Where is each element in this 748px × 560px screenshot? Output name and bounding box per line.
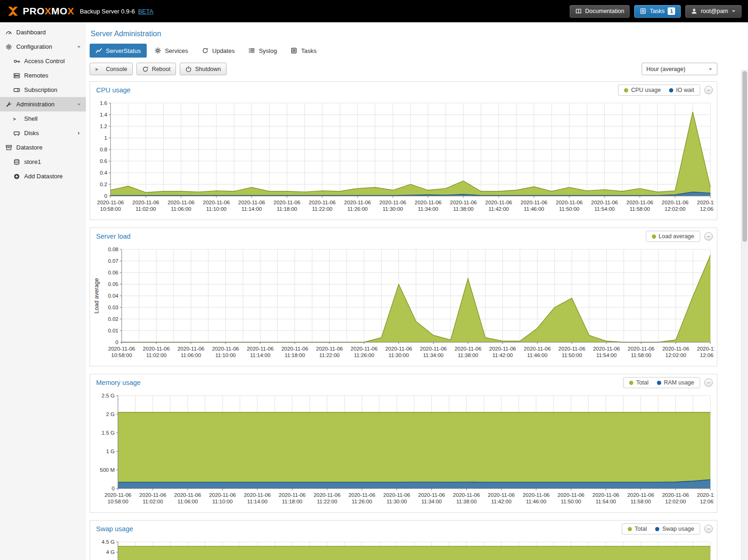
user-menu-button[interactable]: root@pam bbox=[685, 5, 741, 18]
svg-text:2020-11-06: 2020-11-06 bbox=[450, 200, 477, 205]
sidebar-item-label: Administration bbox=[16, 101, 73, 108]
panel-swap-usage: Swap usageTotalSwap usage−0500 M1 G1.5 G… bbox=[90, 520, 717, 560]
sidebar-item-administration[interactable]: Administration bbox=[0, 97, 86, 111]
plus-circle-icon bbox=[13, 173, 20, 180]
svg-text:2020-11-06: 2020-11-06 bbox=[209, 492, 236, 498]
tab-label: Syslog bbox=[259, 47, 277, 54]
chart-wrap: 00.20.40.60.811.21.41.62020-11-0610:58:0… bbox=[90, 98, 717, 220]
tab-serverstatus[interactable]: ServerStatus bbox=[90, 44, 147, 58]
documentation-button[interactable]: Documentation bbox=[570, 5, 630, 18]
legend-item: CPU usage bbox=[624, 87, 661, 93]
svg-text:2020-11-06: 2020-11-06 bbox=[238, 200, 265, 205]
svg-text:2020-11-06: 2020-11-06 bbox=[556, 200, 583, 205]
sidebar-item-datastore[interactable]: Datastore bbox=[0, 140, 86, 155]
svg-text:12:02:00: 12:02:00 bbox=[665, 206, 686, 212]
svg-text:2020-11-06: 2020-11-06 bbox=[168, 200, 195, 205]
tab-updates[interactable]: Updates bbox=[196, 44, 241, 58]
button-label: Reboot bbox=[152, 66, 170, 72]
tab-label: Tasks bbox=[301, 47, 316, 54]
svg-text:1.6: 1.6 bbox=[100, 100, 107, 106]
svg-text:2020-11-06: 2020-11-06 bbox=[697, 200, 714, 205]
svg-text:10:58:00: 10:58:00 bbox=[108, 499, 129, 504]
beta-link[interactable]: BETA bbox=[138, 8, 153, 15]
collapse-button[interactable]: − bbox=[704, 378, 713, 387]
toolbar-buttons: >_ConsoleRebootShutdown bbox=[90, 63, 227, 75]
sidebar-item-disks[interactable]: Disks bbox=[0, 126, 86, 140]
svg-text:2020-11-06: 2020-11-06 bbox=[524, 346, 551, 352]
svg-text:11:46:00: 11:46:00 bbox=[524, 206, 544, 212]
svg-text:2020-11-06: 2020-11-06 bbox=[662, 346, 689, 352]
svg-text:2020-11-06: 2020-11-06 bbox=[628, 346, 655, 352]
sidebar-item-add-datastore[interactable]: Add Datastore bbox=[0, 169, 86, 183]
svg-text:11:38:00: 11:38:00 bbox=[453, 206, 474, 212]
chart-memory-usage: 0500 M1 G1.5 G2 G2.5 G2020-11-0610:58:00… bbox=[92, 391, 714, 508]
gear-icon bbox=[5, 44, 13, 50]
svg-text:11:34:00: 11:34:00 bbox=[422, 499, 442, 504]
svg-text:2020-11-06: 2020-11-06 bbox=[177, 346, 204, 352]
sidebar-item-shell[interactable]: >_Shell bbox=[0, 111, 86, 126]
shutdown-button[interactable]: Shutdown bbox=[180, 63, 227, 75]
svg-text:Load average: Load average bbox=[93, 278, 100, 314]
tab-tasks[interactable]: Tasks bbox=[285, 44, 322, 58]
chart-cpu-usage: 00.20.40.60.811.21.41.62020-11-0610:58:0… bbox=[92, 98, 714, 215]
svg-text:2020-11-06: 2020-11-06 bbox=[591, 200, 618, 205]
svg-text:2020-11-06: 2020-11-06 bbox=[626, 200, 653, 205]
collapse-button[interactable]: − bbox=[704, 525, 713, 533]
tab-services[interactable]: Services bbox=[149, 44, 194, 58]
app-header: PROXMOX Backup Server 0.9-6 BETA Documen… bbox=[0, 0, 748, 22]
svg-text:11:30:00: 11:30:00 bbox=[387, 499, 407, 504]
svg-text:0.08: 0.08 bbox=[108, 247, 118, 252]
sidebar-item-access-control[interactable]: Access Control bbox=[0, 54, 86, 68]
chart-wrap: 00.010.020.030.040.050.060.070.082020-11… bbox=[90, 245, 717, 366]
svg-text:0: 0 bbox=[104, 193, 107, 199]
vertical-scrollbar[interactable] bbox=[741, 70, 748, 560]
svg-text:2020-11-06: 2020-11-06 bbox=[344, 200, 371, 205]
svg-text:>_: >_ bbox=[95, 67, 101, 72]
sidebar-item-subscription[interactable]: Subscription bbox=[0, 83, 86, 97]
collapse-button[interactable]: − bbox=[704, 86, 713, 94]
legend-swap-usage: TotalSwap usage bbox=[622, 523, 700, 534]
disk-icon bbox=[13, 130, 20, 137]
scrollbar-thumb[interactable] bbox=[742, 71, 747, 242]
timeframe-select[interactable]: Hour (average) bbox=[642, 63, 717, 75]
svg-text:12:06:00: 12:06:00 bbox=[700, 352, 714, 358]
tab-label: Services bbox=[165, 47, 188, 54]
svg-text:2020-11-06: 2020-11-06 bbox=[627, 492, 654, 498]
panel-title: Memory usage bbox=[96, 379, 141, 386]
svg-text:11:58:00: 11:58:00 bbox=[631, 499, 651, 504]
svg-text:11:26:00: 11:26:00 bbox=[351, 499, 372, 504]
svg-text:11:26:00: 11:26:00 bbox=[347, 206, 368, 212]
svg-text:0.03: 0.03 bbox=[108, 305, 118, 310]
svg-text:2020-11-06: 2020-11-06 bbox=[104, 492, 131, 498]
svg-text:11:14:00: 11:14:00 bbox=[250, 352, 270, 358]
user-icon bbox=[691, 8, 697, 14]
tab-syslog[interactable]: Syslog bbox=[242, 44, 283, 58]
svg-text:11:06:00: 11:06:00 bbox=[181, 352, 201, 358]
console-button[interactable]: >_Console bbox=[90, 63, 133, 75]
svg-text:1.2: 1.2 bbox=[100, 124, 107, 129]
sidebar-item-label: Add Datastore bbox=[24, 173, 81, 180]
sidebar-item-dashboard[interactable]: Dashboard bbox=[0, 25, 86, 39]
svg-text:0.4: 0.4 bbox=[100, 170, 108, 176]
svg-text:11:18:00: 11:18:00 bbox=[277, 206, 297, 212]
tasks-button[interactable]: Tasks 1 bbox=[634, 5, 681, 18]
svg-text:11:58:00: 11:58:00 bbox=[630, 206, 650, 212]
svg-text:11:34:00: 11:34:00 bbox=[423, 352, 443, 358]
svg-text:2020-11-06: 2020-11-06 bbox=[485, 200, 512, 205]
sidebar-item-remotes[interactable]: Remotes bbox=[0, 68, 86, 83]
legend-dot bbox=[652, 234, 656, 239]
sidebar-item-store1[interactable]: store1 bbox=[0, 155, 86, 169]
sidebar-item-label: Remotes bbox=[24, 72, 81, 79]
svg-text:11:50:00: 11:50:00 bbox=[562, 352, 582, 358]
svg-text:11:46:00: 11:46:00 bbox=[527, 352, 547, 358]
sidebar-item-configuration[interactable]: Configuration bbox=[0, 39, 86, 54]
chart-icon bbox=[96, 47, 102, 54]
svg-text:2020-11-06: 2020-11-06 bbox=[385, 346, 412, 352]
reboot-button[interactable]: Reboot bbox=[137, 63, 176, 75]
collapse-button[interactable]: − bbox=[704, 232, 713, 241]
svg-text:11:54:00: 11:54:00 bbox=[596, 352, 617, 358]
svg-text:2020-11-06: 2020-11-06 bbox=[420, 346, 447, 352]
svg-text:1.5 G: 1.5 G bbox=[102, 430, 115, 436]
svg-text:11:42:00: 11:42:00 bbox=[493, 352, 513, 358]
svg-text:2020-11-06: 2020-11-06 bbox=[132, 200, 159, 205]
